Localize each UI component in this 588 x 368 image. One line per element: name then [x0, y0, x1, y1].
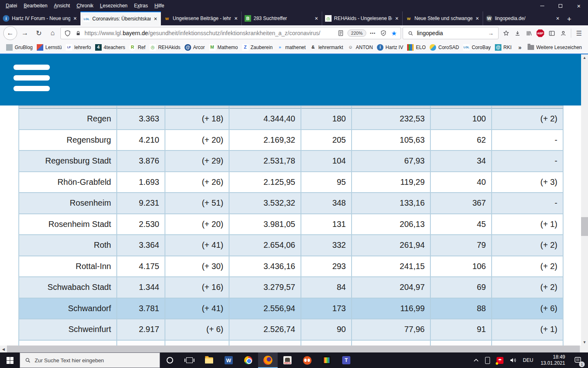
- bookmark-mathenet[interactable]: »mathenet: [275, 43, 308, 52]
- bookmark-rehakids[interactable]: ◎REHAkids: [147, 43, 183, 52]
- bookmark-grublog[interactable]: GruBlog: [4, 43, 35, 52]
- back-button[interactable]: ←: [3, 26, 17, 40]
- horizontal-scrollbar-thumb[interactable]: [7, 346, 580, 352]
- bookmark-rki[interactable]: @RKI: [493, 43, 514, 52]
- tab-close-icon[interactable]: ×: [73, 15, 78, 22]
- zoom-level-indicator[interactable]: 220%: [347, 29, 366, 37]
- owl-app-button[interactable]: [297, 352, 317, 368]
- action-center-button[interactable]: 1: [570, 352, 586, 368]
- file-explorer-button[interactable]: [199, 352, 219, 368]
- anton-icon: ☺: [347, 44, 354, 51]
- menu-bearbeiten[interactable]: Bearbeiten: [20, 1, 51, 10]
- bookmark-corosad[interactable]: CoroSAD: [428, 43, 461, 52]
- table-cell: 2.526,74: [229, 319, 301, 341]
- url-bar[interactable]: https://www.lgl.bayern.de/gesundheit/inf…: [60, 27, 401, 39]
- scroll-down-arrow[interactable]: ▼: [581, 339, 588, 346]
- bookmark-elo[interactable]: ELO: [405, 43, 428, 52]
- teams-button[interactable]: T: [336, 352, 356, 368]
- table-cell: [352, 105, 431, 109]
- vertical-scrollbar-thumb[interactable]: [581, 217, 588, 236]
- search-input[interactable]: lingopedia: [417, 30, 484, 36]
- tab-4[interactable]: B283 Suchtreffer×: [241, 11, 322, 25]
- tab-3[interactable]: wUngelesene Beiträge - lehre×: [161, 11, 241, 25]
- keyboard-language[interactable]: DEU: [521, 352, 536, 368]
- bookmark-corobay[interactable]: LGLCoroBay: [461, 43, 493, 52]
- taskbar-search-box[interactable]: Zur Suche Text hier eingeben: [20, 352, 160, 368]
- tab-close-icon[interactable]: ×: [475, 15, 480, 22]
- menu-ansicht[interactable]: Ansicht: [51, 1, 73, 10]
- bookmark-lehrerfo[interactable]: LFlehrerfo: [64, 43, 93, 52]
- hamburger-bar: [13, 86, 50, 91]
- start-button[interactable]: [0, 352, 20, 368]
- bookmark-mathemo[interactable]: MMathemo: [207, 43, 240, 52]
- hamburger-menu-icon[interactable]: ☰: [573, 27, 585, 39]
- menu-hilfe[interactable]: Hilfe: [151, 1, 167, 10]
- tracking-shield-icon[interactable]: [63, 29, 71, 37]
- close-button[interactable]: ×: [570, 0, 588, 11]
- volume-icon[interactable]: [508, 352, 519, 368]
- bookmark-zauberein[interactable]: ZZauberein: [240, 43, 275, 52]
- home-button[interactable]: ⌂: [47, 27, 59, 39]
- tab-close-icon[interactable]: ×: [314, 15, 319, 22]
- bookmark-hartz-iv[interactable]: iHartz IV: [375, 43, 405, 52]
- bookmark-ribbon-icon[interactable]: [500, 27, 512, 39]
- bookmark-arcor[interactable]: @Arcor: [183, 43, 207, 52]
- tab-close-icon[interactable]: ×: [555, 15, 560, 22]
- bookmark-lernst-[interactable]: Lernstü: [35, 43, 64, 52]
- new-tab-button[interactable]: +: [563, 13, 575, 25]
- search-go-icon[interactable]: →: [487, 29, 495, 37]
- minimize-button[interactable]: [533, 0, 551, 11]
- table-cell: 34: [431, 151, 492, 172]
- downloads-icon[interactable]: [512, 27, 523, 39]
- tab-2[interactable]: LGLCoronavirus: Übersichtskar×: [80, 11, 161, 25]
- bookmarks-more-folder[interactable]: Weitere Lesezeichen: [526, 43, 584, 52]
- word-button[interactable]: W: [219, 352, 238, 368]
- bookmarks-overflow-chevron[interactable]: »: [514, 44, 526, 51]
- scroll-up-arrow[interactable]: ▲: [581, 54, 588, 61]
- bookmark-anton[interactable]: ☺ANTON: [345, 43, 375, 52]
- firefox-button[interactable]: [258, 352, 278, 368]
- avira-icon[interactable]: ☂: [494, 352, 506, 368]
- corobay-lgl-icon: LGL: [463, 44, 470, 51]
- search-bar[interactable]: lingopedia →: [403, 27, 499, 39]
- pdf24-button[interactable]: PDF24: [278, 352, 297, 368]
- your-phone-icon[interactable]: [483, 352, 492, 368]
- tab-close-icon[interactable]: ×: [394, 15, 399, 22]
- menu-chronik[interactable]: Chronik: [73, 1, 96, 10]
- extension-shield-icon[interactable]: [379, 29, 388, 37]
- clock[interactable]: 18:49 13.01.2021: [537, 354, 568, 366]
- menu-datei[interactable]: Datei: [2, 1, 20, 10]
- restore-button[interactable]: [551, 0, 570, 11]
- tab-1[interactable]: iHartz IV Forum - Neue ung×: [0, 11, 80, 25]
- bookmark-star-icon[interactable]: ★: [390, 29, 398, 37]
- forward-button[interactable]: →: [19, 27, 31, 39]
- bookmark-4teachers[interactable]: 44teachers: [93, 43, 127, 52]
- menu-extras[interactable]: Extras: [131, 1, 151, 10]
- scroll-left-arrow[interactable]: ◄: [0, 346, 7, 352]
- sidebar-icon[interactable]: [546, 27, 557, 39]
- library-icon[interactable]: [523, 27, 535, 39]
- menu-lesezeichen[interactable]: Lesezeichen: [97, 1, 131, 10]
- tab-6[interactable]: wNeue Stelle und schwange×: [402, 11, 483, 25]
- reload-button[interactable]: ↻: [33, 27, 45, 39]
- account-icon[interactable]: [557, 27, 569, 39]
- tab-7[interactable]: Wlingopedia.de/×: [483, 11, 563, 25]
- bookmark-ref[interactable]: RRef: [127, 43, 147, 52]
- lock-icon[interactable]: [74, 29, 82, 37]
- tab-close-icon[interactable]: ×: [234, 15, 238, 22]
- page-actions-icon[interactable]: ⋯: [369, 29, 377, 37]
- task-view-button[interactable]: [180, 352, 199, 368]
- adblock-plus-icon[interactable]: ABP: [535, 27, 546, 39]
- page-hamburger-menu[interactable]: [13, 65, 50, 96]
- reader-mode-icon[interactable]: [337, 29, 345, 37]
- vertical-scrollbar[interactable]: ▲ ▼: [581, 54, 588, 346]
- chrome-button[interactable]: [238, 352, 258, 368]
- system-tray: ☂ DEU 18:49 13.01.2021 1: [471, 352, 588, 368]
- horizontal-scrollbar[interactable]: ◄: [0, 346, 581, 352]
- tab-5[interactable]: ◎REHAkids - Ungelesene Be×: [322, 11, 402, 25]
- cortana-button[interactable]: [160, 352, 180, 368]
- bookmark-lehrermarkt[interactable]: &lehrermarkt: [308, 43, 345, 52]
- media-app-button[interactable]: [317, 352, 336, 368]
- tab-close-icon[interactable]: ×: [153, 16, 158, 22]
- tray-chevron-up-icon[interactable]: [471, 352, 481, 368]
